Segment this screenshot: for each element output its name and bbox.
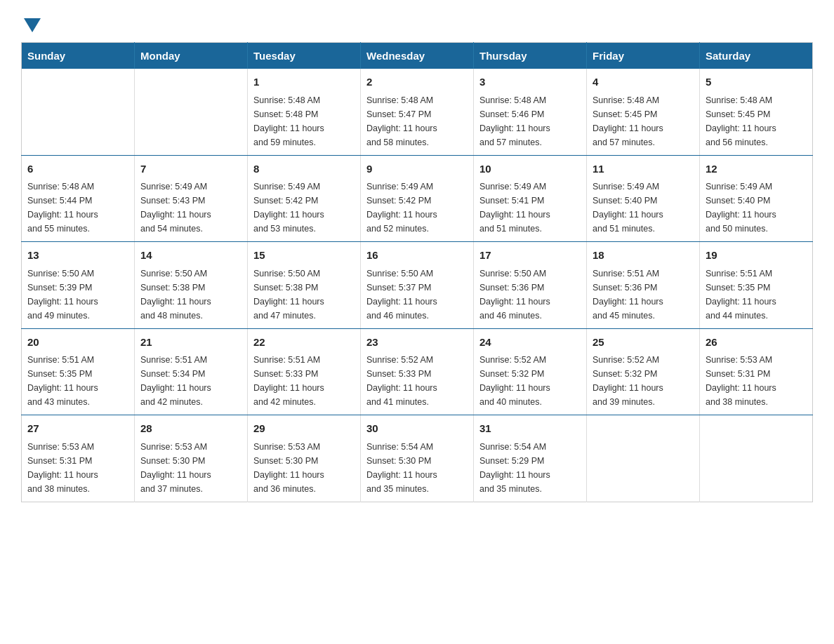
day-number: 10 [479,161,581,177]
day-info: Sunrise: 5:53 AM Sunset: 5:31 PM Dayligh… [706,353,807,409]
calendar-cell [700,415,813,502]
day-number: 2 [366,74,468,90]
calendar-cell: 13Sunrise: 5:50 AM Sunset: 5:39 PM Dayli… [22,242,135,329]
day-info: Sunrise: 5:53 AM Sunset: 5:30 PM Dayligh… [140,440,241,496]
calendar-cell: 20Sunrise: 5:51 AM Sunset: 5:35 PM Dayli… [22,328,135,415]
calendar-cell: 31Sunrise: 5:54 AM Sunset: 5:29 PM Dayli… [474,415,587,502]
day-info: Sunrise: 5:48 AM Sunset: 5:48 PM Dayligh… [253,93,355,149]
calendar-cell: 15Sunrise: 5:50 AM Sunset: 5:38 PM Dayli… [248,242,361,329]
day-number: 20 [27,335,128,351]
day-number: 26 [706,335,807,351]
day-info: Sunrise: 5:49 AM Sunset: 5:41 PM Dayligh… [479,180,581,236]
day-number: 1 [253,74,355,90]
day-number: 22 [253,335,355,351]
calendar-cell [587,415,700,502]
calendar-cell: 27Sunrise: 5:53 AM Sunset: 5:31 PM Dayli… [22,415,135,502]
calendar-cell: 30Sunrise: 5:54 AM Sunset: 5:30 PM Dayli… [361,415,474,502]
logo-triangle-icon [24,18,41,32]
day-number: 11 [593,161,694,177]
calendar-cell: 19Sunrise: 5:51 AM Sunset: 5:35 PM Dayli… [700,242,813,329]
day-info: Sunrise: 5:54 AM Sunset: 5:30 PM Dayligh… [366,440,468,496]
day-info: Sunrise: 5:51 AM Sunset: 5:35 PM Dayligh… [706,267,807,323]
day-info: Sunrise: 5:50 AM Sunset: 5:37 PM Dayligh… [366,267,468,323]
calendar-cell: 16Sunrise: 5:50 AM Sunset: 5:37 PM Dayli… [361,242,474,329]
calendar-header-sunday: Sunday [22,43,135,69]
day-number: 23 [366,335,468,351]
day-number: 30 [366,421,468,437]
day-info: Sunrise: 5:51 AM Sunset: 5:36 PM Dayligh… [593,267,694,323]
day-info: Sunrise: 5:49 AM Sunset: 5:42 PM Dayligh… [253,180,355,236]
calendar-week-4: 20Sunrise: 5:51 AM Sunset: 5:35 PM Dayli… [22,328,813,415]
day-info: Sunrise: 5:52 AM Sunset: 5:32 PM Dayligh… [593,353,694,409]
day-number: 3 [479,74,581,90]
calendar-cell: 5Sunrise: 5:48 AM Sunset: 5:45 PM Daylig… [700,69,813,155]
calendar-cell: 14Sunrise: 5:50 AM Sunset: 5:38 PM Dayli… [135,242,248,329]
calendar-cell: 24Sunrise: 5:52 AM Sunset: 5:32 PM Dayli… [474,328,587,415]
calendar-cell: 4Sunrise: 5:48 AM Sunset: 5:45 PM Daylig… [587,69,700,155]
calendar-cell [22,69,135,155]
calendar-header-friday: Friday [587,43,700,69]
calendar-week-3: 13Sunrise: 5:50 AM Sunset: 5:39 PM Dayli… [22,242,813,329]
calendar-header-wednesday: Wednesday [361,43,474,69]
day-info: Sunrise: 5:50 AM Sunset: 5:36 PM Dayligh… [479,267,581,323]
day-number: 12 [706,161,807,177]
day-number: 24 [479,335,581,351]
day-number: 29 [253,421,355,437]
calendar-header-saturday: Saturday [700,43,813,69]
day-number: 27 [27,421,128,437]
day-info: Sunrise: 5:48 AM Sunset: 5:47 PM Dayligh… [366,93,468,149]
day-info: Sunrise: 5:53 AM Sunset: 5:30 PM Dayligh… [253,440,355,496]
calendar-cell [135,69,248,155]
calendar-cell: 9Sunrise: 5:49 AM Sunset: 5:42 PM Daylig… [361,155,474,242]
day-info: Sunrise: 5:50 AM Sunset: 5:38 PM Dayligh… [253,267,355,323]
day-info: Sunrise: 5:48 AM Sunset: 5:44 PM Dayligh… [27,180,128,236]
day-number: 14 [140,248,241,264]
calendar-cell: 17Sunrise: 5:50 AM Sunset: 5:36 PM Dayli… [474,242,587,329]
calendar-cell: 7Sunrise: 5:49 AM Sunset: 5:43 PM Daylig… [135,155,248,242]
calendar-cell: 10Sunrise: 5:49 AM Sunset: 5:41 PM Dayli… [474,155,587,242]
calendar-cell: 3Sunrise: 5:48 AM Sunset: 5:46 PM Daylig… [474,69,587,155]
calendar-cell: 26Sunrise: 5:53 AM Sunset: 5:31 PM Dayli… [700,328,813,415]
day-info: Sunrise: 5:52 AM Sunset: 5:32 PM Dayligh… [479,353,581,409]
calendar-cell: 11Sunrise: 5:49 AM Sunset: 5:40 PM Dayli… [587,155,700,242]
calendar-header-monday: Monday [135,43,248,69]
day-number: 15 [253,248,355,264]
day-info: Sunrise: 5:49 AM Sunset: 5:43 PM Dayligh… [140,180,241,236]
day-number: 5 [706,74,807,90]
day-number: 4 [593,74,694,90]
calendar-header-thursday: Thursday [474,43,587,69]
day-info: Sunrise: 5:50 AM Sunset: 5:38 PM Dayligh… [140,267,241,323]
day-number: 18 [593,248,694,264]
day-number: 19 [706,248,807,264]
calendar-cell: 29Sunrise: 5:53 AM Sunset: 5:30 PM Dayli… [248,415,361,502]
day-number: 16 [366,248,468,264]
calendar-cell: 22Sunrise: 5:51 AM Sunset: 5:33 PM Dayli… [248,328,361,415]
calendar-cell: 23Sunrise: 5:52 AM Sunset: 5:33 PM Dayli… [361,328,474,415]
calendar-week-5: 27Sunrise: 5:53 AM Sunset: 5:31 PM Dayli… [22,415,813,502]
logo [21,14,49,28]
day-info: Sunrise: 5:51 AM Sunset: 5:34 PM Dayligh… [140,353,241,409]
day-info: Sunrise: 5:53 AM Sunset: 5:31 PM Dayligh… [27,440,128,496]
day-info: Sunrise: 5:48 AM Sunset: 5:45 PM Dayligh… [593,93,694,149]
calendar-cell: 6Sunrise: 5:48 AM Sunset: 5:44 PM Daylig… [22,155,135,242]
day-number: 6 [27,161,128,177]
day-number: 17 [479,248,581,264]
day-info: Sunrise: 5:49 AM Sunset: 5:42 PM Dayligh… [366,180,468,236]
day-number: 13 [27,248,128,264]
calendar-header-row: SundayMondayTuesdayWednesdayThursdayFrid… [22,43,813,69]
calendar-cell: 8Sunrise: 5:49 AM Sunset: 5:42 PM Daylig… [248,155,361,242]
day-info: Sunrise: 5:48 AM Sunset: 5:46 PM Dayligh… [479,93,581,149]
calendar-cell: 28Sunrise: 5:53 AM Sunset: 5:30 PM Dayli… [135,415,248,502]
calendar-week-1: 1Sunrise: 5:48 AM Sunset: 5:48 PM Daylig… [22,69,813,155]
calendar-cell: 25Sunrise: 5:52 AM Sunset: 5:32 PM Dayli… [587,328,700,415]
day-info: Sunrise: 5:54 AM Sunset: 5:29 PM Dayligh… [479,440,581,496]
calendar-cell: 2Sunrise: 5:48 AM Sunset: 5:47 PM Daylig… [361,69,474,155]
day-number: 31 [479,421,581,437]
page-header [21,14,813,28]
day-number: 8 [253,161,355,177]
day-info: Sunrise: 5:49 AM Sunset: 5:40 PM Dayligh… [706,180,807,236]
calendar-cell: 18Sunrise: 5:51 AM Sunset: 5:36 PM Dayli… [587,242,700,329]
day-info: Sunrise: 5:51 AM Sunset: 5:33 PM Dayligh… [253,353,355,409]
day-info: Sunrise: 5:49 AM Sunset: 5:40 PM Dayligh… [593,180,694,236]
day-info: Sunrise: 5:52 AM Sunset: 5:33 PM Dayligh… [366,353,468,409]
